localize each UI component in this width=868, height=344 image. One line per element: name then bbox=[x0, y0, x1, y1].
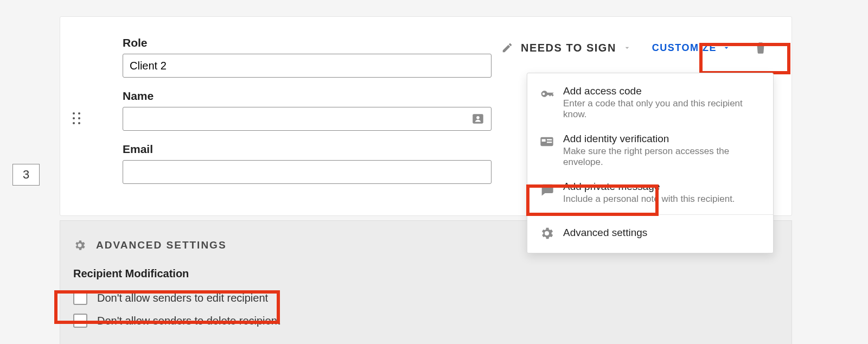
svg-point-4 bbox=[73, 122, 75, 124]
email-input[interactable] bbox=[123, 160, 492, 184]
sequence-number: 3 bbox=[23, 168, 29, 182]
checkbox-no-edit-label: Don't allow senders to edit recipient bbox=[97, 292, 268, 304]
gear-icon bbox=[73, 239, 86, 252]
svg-point-2 bbox=[73, 117, 75, 119]
option-no-delete-row: Don't allow senders to delete recipient bbox=[73, 309, 770, 332]
customize-dropdown: Add access code Enter a code that only y… bbox=[527, 73, 774, 253]
needs-to-sign-label: NEEDS TO SIGN bbox=[521, 42, 616, 54]
menu-sub: Make sure the right person accesses the … bbox=[563, 146, 761, 168]
menu-title: Advanced settings bbox=[563, 227, 761, 239]
gear-icon bbox=[539, 226, 554, 241]
pencil-icon bbox=[501, 42, 513, 54]
menu-sub: Enter a code that only you and this reci… bbox=[563, 98, 761, 120]
svg-point-7 bbox=[476, 116, 480, 119]
menu-add-private-message[interactable]: Add private message Include a personal n… bbox=[527, 174, 773, 211]
name-input[interactable] bbox=[123, 107, 492, 131]
key-icon bbox=[539, 86, 554, 101]
advanced-settings-title: ADVANCED SETTINGS bbox=[96, 239, 227, 251]
svg-point-5 bbox=[78, 122, 80, 124]
needs-to-sign-dropdown[interactable]: NEEDS TO SIGN bbox=[501, 42, 631, 54]
recipient-top-controls: NEEDS TO SIGN CUSTOMIZE bbox=[501, 39, 770, 57]
svg-point-3 bbox=[78, 117, 80, 119]
svg-point-0 bbox=[73, 112, 75, 114]
message-icon bbox=[539, 182, 554, 197]
id-card-icon bbox=[539, 134, 554, 149]
checkbox-no-edit[interactable] bbox=[73, 291, 87, 305]
recipient-card: Role Name Email NEEDS TO SIGN bbox=[60, 16, 792, 216]
customize-label: CUSTOMIZE bbox=[652, 42, 717, 54]
svg-rect-9 bbox=[542, 139, 546, 142]
menu-title: Add identity verification bbox=[563, 133, 761, 145]
caret-down-icon bbox=[623, 43, 631, 52]
delete-recipient-button[interactable] bbox=[751, 39, 770, 57]
contact-picker-icon[interactable] bbox=[471, 112, 485, 126]
customize-button[interactable]: CUSTOMIZE bbox=[649, 40, 734, 56]
menu-add-access-code[interactable]: Add access code Enter a code that only y… bbox=[527, 79, 773, 126]
menu-title: Add access code bbox=[563, 85, 761, 97]
checkbox-no-delete-label: Don't allow senders to delete recipient bbox=[97, 315, 280, 327]
svg-point-1 bbox=[78, 112, 80, 114]
sequence-number-badge: 3 bbox=[12, 164, 40, 186]
menu-advanced-settings[interactable]: Advanced settings bbox=[527, 218, 773, 247]
svg-rect-10 bbox=[547, 139, 552, 140]
option-no-edit-row: Don't allow senders to edit recipient bbox=[73, 286, 770, 309]
menu-add-identity-verification[interactable]: Add identity verification Make sure the … bbox=[527, 126, 773, 174]
menu-sub: Include a personal note with this recipi… bbox=[563, 194, 761, 205]
svg-rect-11 bbox=[547, 142, 552, 143]
recipient-modification-heading: Recipient Modification bbox=[73, 267, 770, 280]
checkbox-no-delete[interactable] bbox=[73, 314, 87, 328]
menu-title: Add private message bbox=[563, 181, 761, 193]
caret-down-icon bbox=[722, 43, 731, 52]
drag-handle-icon[interactable] bbox=[72, 112, 81, 125]
role-input[interactable] bbox=[123, 54, 492, 78]
menu-separator bbox=[527, 214, 773, 215]
